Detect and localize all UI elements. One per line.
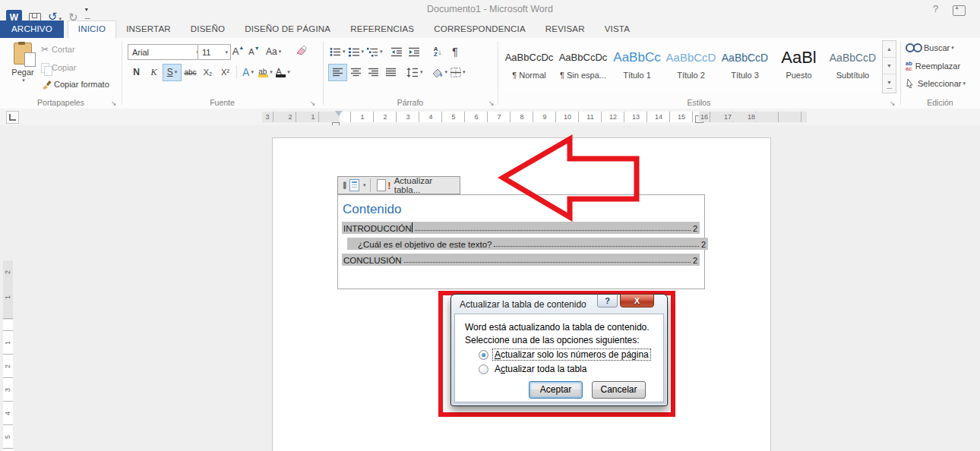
toc-entry[interactable]: ¿Cuál es el objetivo de este texto?2 xyxy=(347,238,708,250)
text-effects-button[interactable]: A▾ xyxy=(239,65,257,80)
bullets-button[interactable]: ▾ xyxy=(328,44,347,60)
paste-caret-icon[interactable]: ▾ xyxy=(8,77,40,84)
style-t-tulo-3[interactable]: AaBbCcDTítulo 3 xyxy=(718,40,772,90)
style--normal[interactable]: AaBbCcDc¶ Normal xyxy=(502,40,556,90)
style-t-tulo-1[interactable]: AaBbCcTítulo 1 xyxy=(610,40,664,90)
increase-indent-button[interactable] xyxy=(406,44,423,60)
italic-button[interactable]: K xyxy=(145,65,163,80)
select-button[interactable]: Seleccionar▾ xyxy=(906,78,966,88)
underline-button[interactable]: S▾ xyxy=(163,64,182,81)
shading-button[interactable]: ▾ xyxy=(430,65,450,80)
tab-stop-selector[interactable] xyxy=(6,111,19,124)
gallery-scroll-up-icon[interactable]: ▲ xyxy=(883,41,896,58)
gallery-scroll-down-icon[interactable]: ▼ xyxy=(883,58,896,74)
line-spacing-caret-icon[interactable]: ▾ xyxy=(420,69,423,75)
show-marks-button[interactable]: ¶ xyxy=(447,44,464,60)
accept-button[interactable]: Aceptar xyxy=(529,381,583,399)
dialog-close-button[interactable]: X xyxy=(620,294,654,308)
clipboard-group: Pegar ▾ ✂ Cortar Copiar Copiar formato P… xyxy=(0,38,122,109)
toc-menu-caret-icon[interactable]: ▾ xyxy=(363,182,366,188)
radio-option-2[interactable]: Actualizar toda la tabla xyxy=(479,364,588,374)
tab-correspondencia[interactable]: CORRESPONDENCIA xyxy=(424,20,536,38)
radio-label[interactable]: Actualizar toda la tabla xyxy=(493,364,588,374)
align-right-button[interactable] xyxy=(365,65,382,80)
toc-heading[interactable]: Contenido xyxy=(343,202,402,217)
tab-dise-o[interactable]: DISEÑO xyxy=(181,20,235,38)
numbering-button[interactable]: ▾ xyxy=(347,44,366,60)
style-puesto[interactable]: AaBlPuesto xyxy=(772,40,826,90)
horizontal-ruler[interactable]: 321123456789101112131415161718 xyxy=(262,112,807,122)
eraser-icon xyxy=(295,45,307,55)
tab-vista[interactable]: VISTA xyxy=(595,20,640,38)
radio-icon[interactable] xyxy=(479,350,488,360)
toc-menu-icon[interactable] xyxy=(349,179,359,191)
align-left-button[interactable] xyxy=(328,64,347,81)
borders-button[interactable]: ▾ xyxy=(449,65,467,80)
tab-insertar[interactable]: INSERTAR xyxy=(116,20,181,38)
font-size-combobox[interactable]: 11▾ xyxy=(198,44,231,60)
replace-button[interactable]: abac Reemplazar xyxy=(906,61,960,71)
tab-referencias[interactable]: REFERENCIAS xyxy=(340,20,424,38)
vertical-ruler[interactable]: 2112345678910 xyxy=(3,258,13,451)
shading-caret-icon[interactable]: ▾ xyxy=(445,69,448,75)
toc-entry[interactable]: INTRODUCCIÓN2 xyxy=(342,222,700,234)
find-caret-icon[interactable]: ▾ xyxy=(951,45,954,51)
font-color-caret-icon[interactable]: ▾ xyxy=(287,69,290,75)
tab-revisar[interactable]: REVISAR xyxy=(536,20,595,38)
change-case-button[interactable]: Aa▾ xyxy=(264,43,283,59)
style-subt-tulo[interactable]: AaBbCcDSubtítulo xyxy=(826,40,880,90)
numbering-caret-icon[interactable]: ▾ xyxy=(362,49,365,55)
underline-caret-icon[interactable]: ▾ xyxy=(175,69,178,75)
multilevel-caret-icon[interactable]: ▾ xyxy=(380,49,383,55)
bullets-caret-icon[interactable]: ▾ xyxy=(343,49,346,55)
first-line-indent-marker[interactable] xyxy=(335,111,343,120)
radio-icon[interactable] xyxy=(479,364,488,374)
radio-label[interactable]: Actualizar solo los números de página xyxy=(493,349,650,360)
decrease-indent-button[interactable] xyxy=(388,44,406,60)
bold-button[interactable]: N xyxy=(128,65,145,80)
ribbon-display-options-icon[interactable] xyxy=(953,5,966,16)
font-size-caret-icon[interactable]: ▾ xyxy=(222,49,228,55)
highlight-button[interactable]: ab ▾ xyxy=(257,65,274,80)
update-table-button[interactable]: Actualizar tabla... xyxy=(394,176,455,194)
help-icon[interactable]: ? xyxy=(933,3,938,14)
style-t-tulo-2[interactable]: AaBbCcDTítulo 2 xyxy=(664,40,718,90)
paragraph-dialog-launcher-icon[interactable]: ↘ xyxy=(488,99,496,107)
style--sin-espa-[interactable]: AaBbCcDc¶ Sin espa... xyxy=(556,40,610,90)
multilevel-list-button[interactable]: ▾ xyxy=(365,44,384,60)
find-button[interactable]: Buscar▾ xyxy=(906,43,954,52)
toc-entry[interactable]: CONCLUSIÓN2 xyxy=(342,254,700,266)
strikethrough-button[interactable]: abc xyxy=(182,65,199,80)
copy-button[interactable]: Copiar xyxy=(41,62,76,73)
subscript-button[interactable]: X₂ xyxy=(199,65,217,80)
cancel-button[interactable]: Cancelar xyxy=(592,381,646,399)
text-effects-caret-icon[interactable]: ▾ xyxy=(251,69,254,75)
align-center-button[interactable] xyxy=(347,65,365,80)
superscript-button[interactable]: X² xyxy=(217,65,234,80)
font-dialog-launcher-icon[interactable]: ↘ xyxy=(310,99,318,107)
justify-button[interactable] xyxy=(382,65,400,80)
gallery-more-icon[interactable]: ▼— xyxy=(883,74,896,90)
cut-button[interactable]: ✂ Cortar xyxy=(41,44,75,55)
tab-archivo[interactable]: ARCHIVO xyxy=(0,20,64,38)
grow-font-button[interactable]: A▲ xyxy=(229,43,247,59)
select-caret-icon[interactable]: ▾ xyxy=(963,80,966,87)
clear-formatting-button[interactable] xyxy=(295,45,307,55)
change-case-caret-icon[interactable]: ▾ xyxy=(279,49,282,55)
paste-button[interactable]: Pegar ▾ xyxy=(6,43,40,84)
toc-drag-handle[interactable]: ●●● xyxy=(343,182,345,189)
clipboard-dialog-launcher-icon[interactable]: ↘ xyxy=(111,99,119,107)
font-name-combobox[interactable]: Arial▾ xyxy=(128,44,202,60)
dialog-help-button[interactable]: ? xyxy=(597,294,618,308)
font-color-button[interactable]: A ▾ xyxy=(274,65,292,80)
format-painter-button[interactable]: Copiar formato xyxy=(41,79,109,90)
tab-dise-o-de-p-gina[interactable]: DISEÑO DE PÁGINA xyxy=(235,20,340,38)
sort-button[interactable]: AZ ↓ xyxy=(429,44,447,60)
tab-inicio[interactable]: INICIO xyxy=(68,20,116,38)
shrink-font-button[interactable]: A▼ xyxy=(245,43,263,59)
borders-caret-icon[interactable]: ▾ xyxy=(463,69,466,75)
highlight-caret-icon[interactable]: ▾ xyxy=(270,69,273,75)
styles-dialog-launcher-icon[interactable]: ↘ xyxy=(890,99,897,107)
radio-option-1[interactable]: Actualizar solo los números de página xyxy=(479,349,650,360)
line-spacing-button[interactable]: ▾ xyxy=(405,65,425,80)
